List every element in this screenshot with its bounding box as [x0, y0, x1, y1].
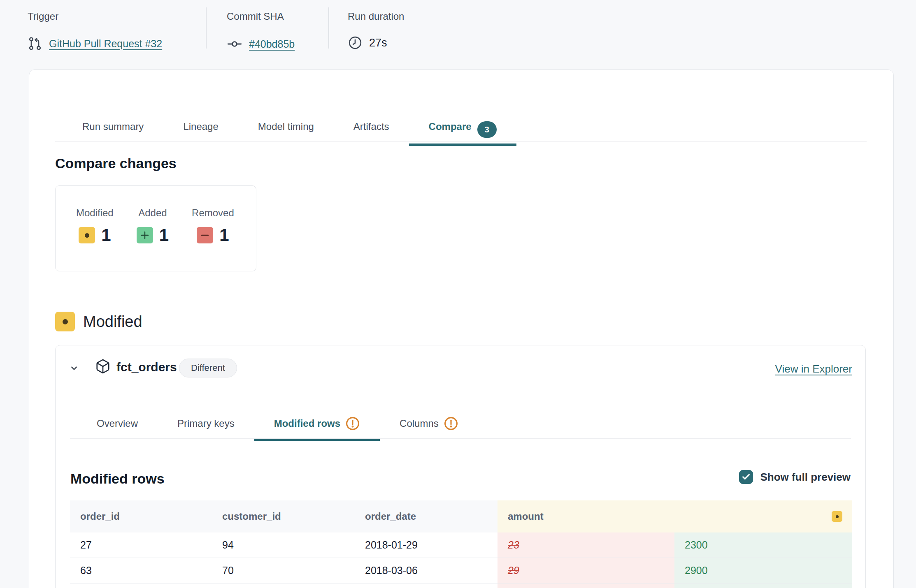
model-status-badge: Different — [179, 359, 237, 377]
modified-section-icon — [55, 312, 75, 331]
cell-order-id: 27 — [70, 532, 212, 558]
stat-modified-value: 1 — [101, 225, 111, 245]
duration-meta-block: Run duration 27s — [348, 11, 404, 50]
table-row: 63 70 2018-03-06 29 2900 — [70, 558, 852, 583]
modified-section-header: Modified — [55, 312, 142, 331]
warning-icon — [444, 416, 458, 431]
model-tab-modified-rows-label: Modified rows — [274, 418, 340, 429]
table-header-row: order_id customer_id order_date amount — [70, 500, 852, 532]
show-full-preview-checkbox[interactable] — [739, 470, 753, 484]
trigger-link[interactable]: GitHub Pull Request #32 — [49, 38, 162, 50]
trigger-label: Trigger — [28, 11, 162, 22]
git-pull-request-icon — [28, 36, 42, 51]
commit-meta-block: Commit SHA #40bd85b — [227, 11, 295, 52]
cell-amount-old: 29 — [498, 558, 674, 583]
stat-added: Added 1 — [137, 207, 169, 271]
removed-minus-icon — [197, 227, 213, 243]
stat-modified: Modified 1 — [76, 207, 114, 271]
stat-removed: Removed 1 — [192, 207, 234, 271]
column-header-customer-id: customer_id — [212, 500, 355, 532]
modified-dot-icon — [79, 227, 95, 243]
cell-amount-new: 2900 — [674, 558, 852, 583]
column-header-amount: amount — [498, 500, 852, 532]
cell-order-date: 2018-03-06 — [355, 558, 498, 583]
stat-modified-label: Modified — [76, 207, 114, 219]
tabbar-divider — [55, 141, 867, 142]
column-header-order-date: order_date — [355, 500, 498, 532]
tab-compare-label: Compare — [429, 121, 472, 132]
git-commit-icon — [227, 36, 242, 52]
show-full-preview-control[interactable]: Show full preview — [739, 470, 851, 484]
model-tab-overview-label: Overview — [97, 418, 138, 429]
compare-summary-card: Modified 1 Added 1 Removed 1 — [55, 185, 256, 271]
stat-removed-value: 1 — [219, 225, 229, 245]
model-tabs: Overview Primary keys Modified rows Colu… — [77, 410, 478, 441]
cell-amount-new: 2300 — [674, 532, 852, 558]
stat-added-label: Added — [138, 207, 167, 219]
cell-order-id: 63 — [70, 558, 212, 583]
commit-label: Commit SHA — [227, 11, 295, 22]
table-row: 27 94 2018-01-29 23 2300 — [70, 532, 852, 558]
cell-amount-old: 23 — [498, 532, 674, 558]
compare-changes-title: Compare changes — [55, 155, 177, 171]
stat-removed-label: Removed — [192, 207, 234, 219]
meta-divider-2 — [328, 7, 329, 49]
modified-rows-table: order_id customer_id order_date amount 2… — [70, 500, 852, 588]
model-name: fct_orders — [116, 360, 177, 374]
trigger-meta-block: Trigger GitHub Pull Request #32 — [28, 11, 162, 51]
run-duration-label: Run duration — [348, 11, 404, 22]
model-card-fct-orders: fct_orders Different View in Explorer Ov… — [55, 345, 866, 588]
compare-count-badge: 3 — [477, 121, 497, 138]
cell-order-date: 2018-01-29 — [355, 532, 498, 558]
model-tabbar-divider — [70, 438, 851, 439]
meta-divider — [206, 7, 207, 49]
run-duration-value: 27s — [369, 37, 387, 49]
column-header-amount-label: amount — [508, 511, 544, 522]
column-header-order-id: order_id — [70, 500, 212, 532]
modified-column-dot-icon — [832, 511, 842, 522]
model-tab-primary-keys-label: Primary keys — [177, 418, 235, 429]
added-plus-icon — [137, 227, 153, 243]
model-tab-modified-rows[interactable]: Modified rows — [254, 410, 380, 441]
collapse-chevron-icon[interactable] — [66, 360, 82, 376]
show-full-preview-label: Show full preview — [760, 471, 851, 484]
model-cube-icon — [95, 359, 111, 376]
modified-rows-title: Modified rows — [70, 471, 165, 487]
view-in-explorer-link[interactable]: View in Explorer — [775, 363, 852, 375]
model-tab-primary-keys[interactable]: Primary keys — [158, 410, 254, 441]
model-tab-columns-label: Columns — [400, 418, 439, 429]
commit-sha-link[interactable]: #40bd85b — [249, 38, 295, 50]
model-tab-columns[interactable]: Columns — [380, 410, 478, 441]
cell-customer-id: 94 — [212, 532, 355, 558]
run-details-card: Run summary Lineage Model timing Artifac… — [29, 69, 894, 588]
clock-icon — [348, 35, 363, 50]
cell-customer-id: 70 — [212, 558, 355, 583]
model-tab-overview[interactable]: Overview — [77, 410, 158, 441]
modified-section-title: Modified — [83, 313, 142, 331]
table-row-partial — [70, 583, 852, 588]
stat-added-value: 1 — [159, 225, 169, 245]
warning-icon — [345, 416, 360, 431]
